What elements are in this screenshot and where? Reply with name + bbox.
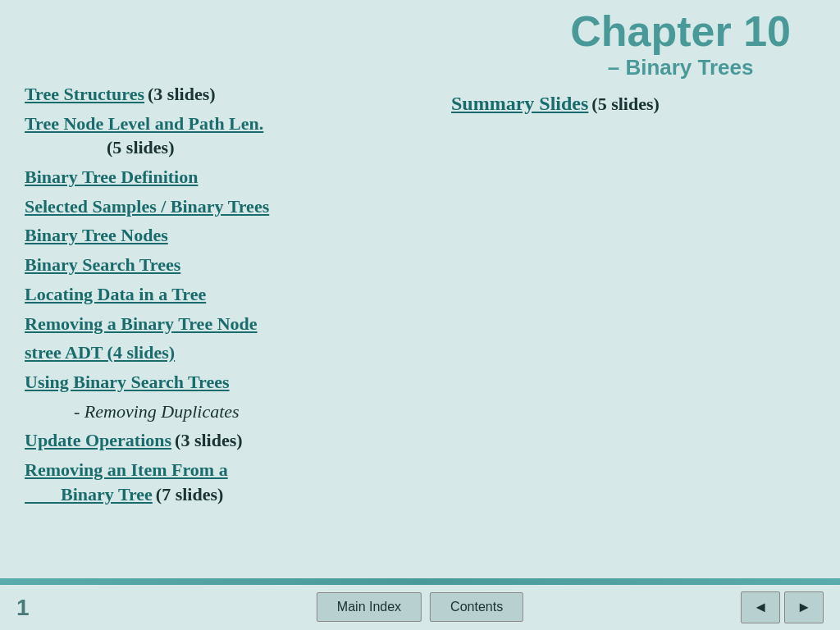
list-item-locating-data: Locating Data in a Tree bbox=[25, 282, 451, 307]
list-item-binary-search-trees: Binary Search Trees bbox=[25, 253, 451, 277]
list-item-removing-item: Removing an Item From a Binary Tree (7 s… bbox=[25, 458, 451, 506]
main-content: Tree Structures (3 slides) Tree Node Lev… bbox=[0, 0, 840, 578]
chapter-title: Chapter 10 bbox=[570, 8, 791, 55]
nav-arrows: ◄ ► bbox=[741, 591, 824, 623]
list-item-tree-structures: Tree Structures (3 slides) bbox=[25, 82, 451, 107]
removing-duplicates-text: - Removing Duplicates bbox=[25, 401, 240, 422]
list-item-using-bst: Using Binary Search Trees bbox=[25, 370, 451, 395]
bottom-bar bbox=[0, 578, 840, 585]
next-button[interactable]: ► bbox=[784, 591, 824, 623]
link-summary-slides[interactable]: Summary Slides bbox=[451, 93, 588, 114]
link-stree-adt[interactable]: stree ADT (4 slides) bbox=[25, 342, 175, 363]
page-number: 1 bbox=[16, 595, 30, 621]
link-using-bst[interactable]: Using Binary Search Trees bbox=[25, 372, 230, 392]
list-item-tree-node: Tree Node Level and Path Len. (5 slides) bbox=[25, 112, 451, 160]
list-item-removing-node: Removing a Binary Tree Node bbox=[25, 312, 451, 336]
chapter-header: Chapter 10 – Binary Trees bbox=[570, 8, 791, 80]
link-update-ops[interactable]: Update Operations bbox=[25, 430, 171, 450]
list-item-binary-tree-def: Binary Tree Definition bbox=[25, 165, 451, 189]
tree-structures-suffix: (3 slides) bbox=[148, 84, 216, 104]
link-tree-structures[interactable]: Tree Structures bbox=[25, 84, 144, 104]
tree-node-suffix: (5 slides) bbox=[25, 137, 175, 158]
link-binary-search-trees[interactable]: Binary Search Trees bbox=[25, 254, 180, 275]
link-binary-tree-def[interactable]: Binary Tree Definition bbox=[25, 167, 198, 187]
list-item-summary-slides: Summary Slides (5 slides) bbox=[451, 90, 815, 116]
contents-button[interactable]: Contents bbox=[430, 592, 523, 622]
link-removing-node[interactable]: Removing a Binary Tree Node bbox=[25, 313, 258, 334]
right-column: Summary Slides (5 slides) bbox=[451, 16, 815, 570]
removing-item-suffix: (7 slides) bbox=[156, 484, 224, 504]
list-item-binary-tree-nodes: Binary Tree Nodes bbox=[25, 223, 451, 248]
summary-slides-suffix: (5 slides) bbox=[591, 94, 660, 114]
main-index-button[interactable]: Main Index bbox=[317, 592, 422, 622]
footer-buttons: Main Index Contents bbox=[317, 592, 523, 622]
list-item-stree-adt: stree ADT (4 slides) bbox=[25, 340, 451, 365]
link-tree-node[interactable]: Tree Node Level and Path Len. bbox=[25, 113, 263, 134]
footer: 1 Main Index Contents ◄ ► bbox=[0, 585, 840, 630]
chapter-subtitle: – Binary Trees bbox=[570, 55, 791, 80]
prev-button[interactable]: ◄ bbox=[741, 591, 780, 623]
list-item-update-ops: Update Operations (3 slides) bbox=[25, 428, 451, 453]
link-locating-data[interactable]: Locating Data in a Tree bbox=[25, 284, 206, 304]
left-column: Tree Structures (3 slides) Tree Node Lev… bbox=[25, 16, 451, 570]
update-ops-suffix: (3 slides) bbox=[175, 430, 243, 450]
list-item-removing-duplicates: - Removing Duplicates bbox=[25, 399, 451, 424]
link-selected-samples[interactable]: Selected Samples / Binary Trees bbox=[25, 196, 269, 217]
list-item-selected-samples: Selected Samples / Binary Trees bbox=[25, 194, 451, 219]
link-binary-tree-nodes[interactable]: Binary Tree Nodes bbox=[25, 225, 168, 245]
slide-container: Chapter 10 – Binary Trees Tree Structure… bbox=[0, 0, 840, 630]
